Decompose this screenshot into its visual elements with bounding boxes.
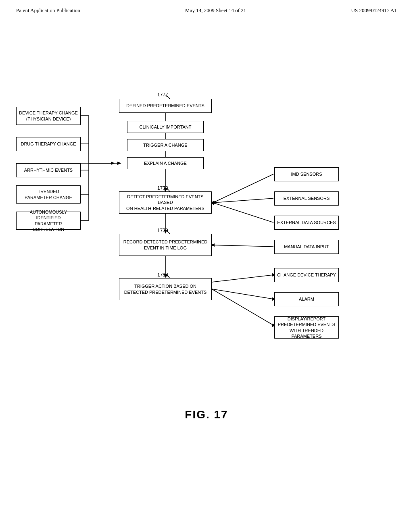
diagram-area: 1777 1778 1779 1780 DEVICE THERAPY CHANG… [0, 18, 413, 461]
fig-label: FIG. 17 [185, 408, 228, 421]
svg-line-20 [213, 203, 273, 222]
header-right: US 2009/0124917 A1 [351, 7, 397, 14]
page-header: Patent Application Publication May 14, 2… [0, 0, 413, 18]
box-trigger-change: TRIGGER A CHANGE [127, 139, 204, 151]
label-1778: 1778 [157, 185, 168, 191]
svg-marker-1 [111, 162, 115, 165]
label-1780: 1780 [157, 272, 168, 278]
svg-line-28 [212, 289, 273, 325]
box-external-data-sources: EXTERNAL DATA SOURCES [274, 216, 339, 230]
box-imd-sensors: IMD SENSORS [274, 167, 339, 181]
box-defined: DEFINED PREDETERMINED EVENTS [119, 99, 212, 113]
svg-line-18 [213, 198, 273, 203]
svg-line-22 [213, 245, 273, 247]
svg-line-26 [212, 289, 273, 299]
box-record: RECORD DETECTED PREDETERMINED EVENT IN T… [119, 234, 212, 256]
box-manual-data-input: MANUAL DATA INPUT [274, 240, 339, 254]
box-trigger-action: TRIGGER ACTION BASED ON DETECTED PREDETE… [119, 278, 212, 300]
box-drug-therapy: DRUG THERAPY CHANGE [16, 137, 81, 151]
box-explain: EXPLAIN A CHANGE [127, 157, 204, 169]
box-trended: TRENDED PARAMETER CHANGE [16, 185, 81, 204]
svg-marker-9 [117, 162, 121, 165]
box-arrhythmic: ARRHYTHMIC EVENTS [16, 163, 81, 177]
label-1777: 1777 [157, 92, 168, 98]
box-clinically: CLINICALLY IMPORTANT [127, 121, 204, 133]
header-middle: May 14, 2009 Sheet 14 of 21 [185, 7, 246, 14]
label-1779: 1779 [157, 228, 168, 233]
box-device-therapy: DEVICE THERAPY CHANGE (PHYSICIAN DEVICE) [16, 107, 81, 125]
box-change-device-therapy: CHANGE DEVICE THERAPY [274, 268, 339, 282]
box-alarm: ALARM [274, 292, 339, 306]
svg-line-16 [213, 174, 273, 203]
header-left: Patent Application Publication [16, 7, 80, 14]
box-detect: DETECT PREDETERMINED EVENTS BASED ON HEA… [119, 191, 212, 214]
svg-line-24 [212, 275, 273, 282]
box-display-report: DISPLAY/REPORT PREDETERMINED EVENTS WITH… [274, 316, 339, 339]
box-external-sensors: EXTERNAL SENSORS [274, 191, 339, 206]
box-autonomously: AUTONOMOUSLY IDENTIFIED PARAMETER CORREL… [16, 212, 81, 230]
